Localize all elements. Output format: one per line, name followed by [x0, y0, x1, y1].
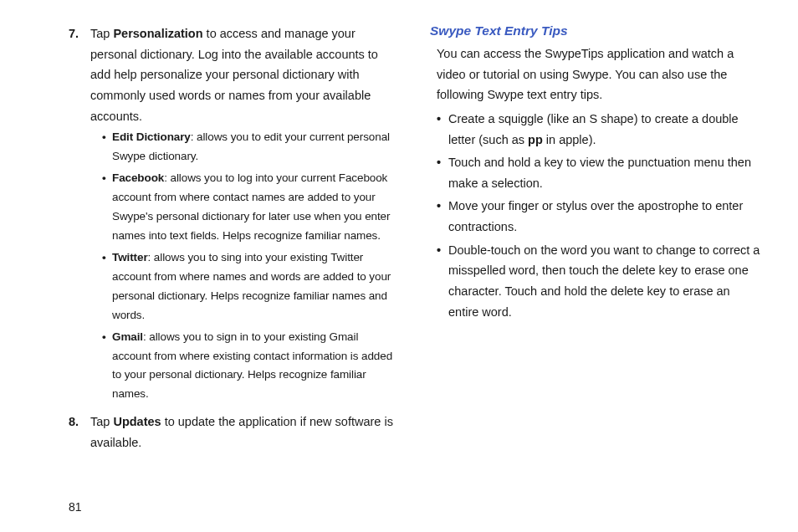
bullet-dot: • — [437, 109, 448, 150]
section-heading: Swype Text Entry Tips — [430, 23, 761, 38]
sub-bullet-text: Gmail: allows you to sign in to your exi… — [112, 328, 400, 405]
bullet-dot: • — [437, 196, 448, 237]
step-text-bold: Updates — [113, 415, 161, 428]
step-text-rest: to access and manage your personal dicti… — [90, 27, 378, 123]
tips-list: • Create a squiggle (like an S shape) to… — [437, 109, 761, 322]
tip-text: Double-touch on the word you want to cha… — [448, 240, 761, 323]
step-7: 7. Tap Personalization to access and man… — [69, 23, 400, 407]
intro-paragraph: You can access the SwypeTips application… — [437, 43, 761, 105]
tip-item: • Touch and hold a key to view the punct… — [437, 152, 761, 193]
step-number: 8. — [69, 412, 90, 453]
sub-bullet-item: • Twitter: allows you to sing into your … — [102, 248, 400, 325]
tip-text: Touch and hold a key to view the punctua… — [448, 152, 761, 193]
sub-bullet-text: Facebook: allows you to log into your cu… — [112, 169, 400, 246]
step-text-bold: Personalization — [113, 27, 202, 40]
step-body: Tap Updates to update the application if… — [90, 412, 400, 453]
step-8: 8. Tap Updates to update the application… — [69, 412, 400, 453]
step-text-lead: Tap — [90, 27, 113, 40]
tip-item: • Move your finger or stylus over the ap… — [437, 196, 761, 237]
sub-bullet-text: Edit Dictionary: allows you to edit your… — [112, 128, 400, 166]
bullet-dot: • — [102, 248, 112, 325]
step-text-lead: Tap — [90, 415, 113, 428]
step-body: Tap Personalization to access and manage… — [90, 23, 400, 407]
right-column: Swype Text Entry Tips You can access the… — [430, 23, 761, 458]
tip-item: • Double-touch on the word you want to c… — [437, 240, 761, 323]
page-number: 81 — [69, 500, 82, 514]
bullet-dot: • — [102, 169, 112, 246]
bullet-dot: • — [437, 240, 448, 323]
tip-item: • Create a squiggle (like an S shape) to… — [437, 109, 761, 150]
tip-text: Move your finger or stylus over the apos… — [448, 196, 761, 237]
sub-bullet-list: • Edit Dictionary: allows you to edit yo… — [102, 128, 400, 404]
sub-bullet-item: • Edit Dictionary: allows you to edit yo… — [102, 128, 400, 166]
bullet-dot: • — [437, 152, 448, 193]
two-column-layout: 7. Tap Personalization to access and man… — [69, 23, 761, 458]
bullet-dot: • — [102, 128, 112, 166]
left-column: 7. Tap Personalization to access and man… — [69, 23, 400, 458]
bullet-dot: • — [102, 328, 112, 405]
step-number: 7. — [69, 23, 90, 407]
sub-bullet-item: • Facebook: allows you to log into your … — [102, 169, 400, 246]
tip-text: Create a squiggle (like an S shape) to c… — [448, 109, 761, 150]
sub-bullet-text: Twitter: allows you to sing into your ex… — [112, 248, 400, 325]
sub-bullet-item: • Gmail: allows you to sign in to your e… — [102, 328, 400, 405]
